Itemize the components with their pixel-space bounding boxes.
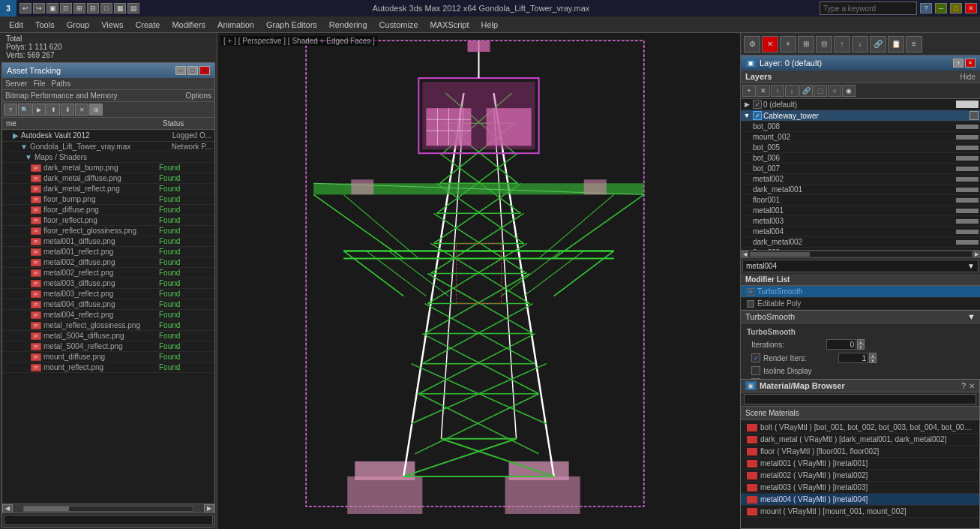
layer-row-12[interactable]: metal004 [741,227,980,237]
layer-row-5[interactable]: bot_006 [741,153,980,164]
asset-file-row-9[interactable]: P metal002_diffuse.png Found [2,257,214,268]
right-icon-4[interactable]: ↑ [834,36,850,53]
asset-file-row-17[interactable]: P metal_S004_reflect.png Found [2,341,214,352]
right-icon-add[interactable]: + [780,36,796,53]
toolbar-icon-9[interactable]: ▤ [127,3,139,14]
layers-hide-btn[interactable]: Hide [960,73,976,81]
asset-tool-2[interactable]: 🔍 [18,104,31,116]
asset-maps-folder[interactable]: ▼ Maps / Shaders [2,152,214,163]
layer-row-7[interactable]: metal002 [741,174,980,185]
asset-main-file[interactable]: ▼ Gondola_Lift_Tower_vray.max Network P.… [2,142,214,152]
ts-iterations-input[interactable]: 0 [826,339,856,350]
asset-file-row-13[interactable]: P metal004_diffuse.png Found [2,299,214,310]
layer-tool-8[interactable]: ◉ [842,85,856,97]
layers-scroll-track[interactable] [750,252,971,257]
asset-file-row-2[interactable]: P dark_metal_reflect.png Found [2,184,214,194]
asset-tool-6[interactable]: ✕ [75,104,88,116]
layer-row-default[interactable]: ▶ ✓ 0 (default) [741,99,980,110]
layer-row-6[interactable]: bot_007 [741,164,980,174]
toolbar-icon-8[interactable]: ▦ [114,3,126,14]
menu-group[interactable]: Group [61,19,96,31]
asset-file-row-15[interactable]: P metal_reflect_glossiness.png Found [2,320,214,331]
mat-browser-close-btn[interactable]: ✕ [969,382,975,390]
right-icon-1[interactable]: ⚙ [744,36,760,53]
object-dropdown[interactable]: metal004 ▼ [742,260,979,272]
asset-file-row-5[interactable]: P floor_reflect.png Found [2,215,214,226]
maximize-btn[interactable]: □ [950,3,962,14]
mat-item-metal004[interactable]: metal004 ( VRayMtl ) [metal004] [741,494,979,506]
menu-create[interactable]: Create [129,19,166,31]
mat-browser-help[interactable]: ? [961,381,966,390]
menu-edit[interactable]: Edit [3,19,29,31]
layers-scroll-right[interactable]: ▶ [973,251,980,258]
mat-item-mount[interactable]: mount ( VRayMtl ) [mount_001, mount_002] [741,506,979,518]
toolbar-icon-5[interactable]: ⊞ [73,3,85,14]
toolbar-icon-2[interactable]: ↪ [33,3,45,14]
asset-file-row-19[interactable]: P mount_reflect.png Found [2,362,214,373]
asset-tool-4[interactable]: ⬆ [46,104,60,116]
modifier-item-editable-poly[interactable]: Editable Poly [741,298,980,310]
layer-row-3[interactable]: mount_002 [741,132,980,143]
modifier-item-turbosmooth[interactable]: ⊟ TurboSmooth [741,286,980,298]
menu-views[interactable]: Views [95,19,129,31]
layer-row-8[interactable]: dark_metal001 [741,185,980,195]
minimize-btn[interactable]: ─ [935,3,947,14]
mat-item-dark-metal[interactable]: dark_metal ( VRayMtl ) [dark_metal001, d… [741,434,979,446]
asset-tool-1[interactable]: ? [4,104,17,116]
right-icon-7[interactable]: 📋 [888,36,904,53]
layer-row-10[interactable]: metal001 [741,206,980,216]
asset-file-row-1[interactable]: P dark_metal_diffuse.png Found [2,173,214,184]
layer-tool-6[interactable]: ⬚ [814,85,827,97]
layer-tool-2[interactable]: ✕ [757,85,770,97]
viewport[interactable]: [ + ] [ Perspective ] [ Shaded + Edged F… [217,33,740,529]
ts-render-down[interactable]: ▼ [869,358,877,363]
layers-horizontal-scrollbar[interactable]: ◀ ▶ [741,250,980,257]
menu-customize[interactable]: Customize [373,19,424,31]
menu-maxscript[interactable]: MAXScript [424,19,475,31]
mat-item-metal003[interactable]: metal003 ( VRayMtl ) [metal003] [741,482,979,494]
ts-render-up[interactable]: ▲ [869,353,877,358]
ts-render-iters-input[interactable]: 1 [838,353,868,363]
mat-item-metal001[interactable]: metal001 ( VRayMtl ) [metal001] [741,458,979,470]
asset-file-row-14[interactable]: P metal004_reflect.png Found [2,310,214,320]
asset-menu-paths[interactable]: Paths [52,80,71,88]
toolbar-icon-4[interactable]: ⊡ [60,3,72,14]
layer-row-13[interactable]: dark_metal002 [741,237,980,248]
scroll-thumb[interactable] [24,506,69,511]
layers-scroll-thumb[interactable] [750,252,810,257]
layer-row-4[interactable]: bot_005 [741,143,980,153]
asset-file-row-8[interactable]: P metal001_reflect.png Found [2,247,214,257]
toolbar-icon-1[interactable]: ↩ [19,3,31,14]
ts-isoline-checkbox[interactable] [751,366,760,375]
asset-tool-3[interactable]: ▶ [32,104,46,116]
mat-item-floor[interactable]: floor ( VRayMtl ) [floor001, floor002] [741,446,979,458]
asset-file-row-3[interactable]: P floor_bump.png Found [2,194,214,205]
layer-tool-5[interactable]: 🔗 [799,85,813,97]
asset-file-row-6[interactable]: P floor_reflect_glossiness.png Found [2,226,214,236]
asset-file-row-11[interactable]: P metal003_diffuse.png Found [2,278,214,289]
layer-row-cableway[interactable]: ▼ ✓ Cableway_tower [741,110,980,122]
asset-close-btn[interactable]: ✕ [199,66,210,75]
ts-iter-down[interactable]: ▼ [857,344,865,350]
mat-item-metal002[interactable]: metal002 ( VRayMtl ) [metal002] [741,470,979,482]
layer-row-2[interactable]: bot_008 [741,122,980,132]
toolbar-icon-3[interactable]: ▣ [46,3,58,14]
mat-browser-search-input[interactable] [744,394,976,404]
menu-animation[interactable]: Animation [211,19,260,31]
asset-file-row-4[interactable]: P floor_diffuse.png Found [2,205,214,215]
layer-row-9[interactable]: floor001 [741,195,980,206]
menu-tools[interactable]: Tools [29,19,61,31]
asset-file-row-18[interactable]: P mount_diffuse.png Found [2,352,214,362]
right-icon-close[interactable]: ✕ [762,36,778,53]
right-icon-8[interactable]: ≡ [906,36,922,53]
layer-close-btn[interactable]: ✕ [965,59,976,68]
right-icon-6[interactable]: 🔗 [870,36,886,53]
menu-modifiers[interactable]: Modifiers [166,19,211,31]
layer-tool-4[interactable]: ↓ [785,85,799,97]
layers-scroll-left[interactable]: ◀ [741,251,748,258]
asset-options-menu[interactable]: Options [186,92,211,100]
ts-iter-up[interactable]: ▲ [857,339,865,344]
asset-file-row-0[interactable]: P dark_metal_bump.png Found [2,163,214,173]
menu-rendering[interactable]: Rendering [323,19,373,31]
layer-help-btn[interactable]: ? [953,59,964,68]
